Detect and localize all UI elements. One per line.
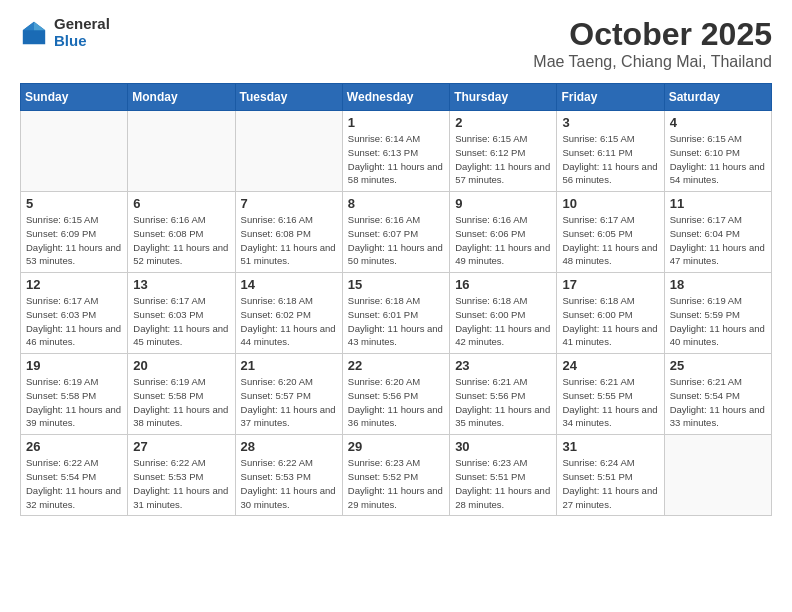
calendar-day-cell: 18Sunrise: 6:19 AM Sunset: 5:59 PM Dayli… (664, 273, 771, 354)
day-info: Sunrise: 6:18 AM Sunset: 6:01 PM Dayligh… (348, 294, 444, 349)
day-info: Sunrise: 6:17 AM Sunset: 6:03 PM Dayligh… (26, 294, 122, 349)
calendar-day-cell: 9Sunrise: 6:16 AM Sunset: 6:06 PM Daylig… (450, 192, 557, 273)
day-info: Sunrise: 6:23 AM Sunset: 5:51 PM Dayligh… (455, 456, 551, 511)
day-number: 10 (562, 196, 658, 211)
calendar-day-cell: 1Sunrise: 6:14 AM Sunset: 6:13 PM Daylig… (342, 111, 449, 192)
day-info: Sunrise: 6:18 AM Sunset: 6:02 PM Dayligh… (241, 294, 337, 349)
day-info: Sunrise: 6:15 AM Sunset: 6:11 PM Dayligh… (562, 132, 658, 187)
day-info: Sunrise: 6:21 AM Sunset: 5:56 PM Dayligh… (455, 375, 551, 430)
svg-marker-1 (34, 21, 45, 29)
calendar-day-cell: 21Sunrise: 6:20 AM Sunset: 5:57 PM Dayli… (235, 354, 342, 435)
calendar-day-cell: 2Sunrise: 6:15 AM Sunset: 6:12 PM Daylig… (450, 111, 557, 192)
calendar-day-cell: 20Sunrise: 6:19 AM Sunset: 5:58 PM Dayli… (128, 354, 235, 435)
day-number: 27 (133, 439, 229, 454)
calendar-day-cell: 30Sunrise: 6:23 AM Sunset: 5:51 PM Dayli… (450, 435, 557, 516)
calendar-day-cell: 27Sunrise: 6:22 AM Sunset: 5:53 PM Dayli… (128, 435, 235, 516)
day-number: 18 (670, 277, 766, 292)
day-info: Sunrise: 6:16 AM Sunset: 6:06 PM Dayligh… (455, 213, 551, 268)
calendar-week-5: 26Sunrise: 6:22 AM Sunset: 5:54 PM Dayli… (21, 435, 772, 516)
day-info: Sunrise: 6:17 AM Sunset: 6:05 PM Dayligh… (562, 213, 658, 268)
day-info: Sunrise: 6:15 AM Sunset: 6:10 PM Dayligh… (670, 132, 766, 187)
calendar-day-cell: 26Sunrise: 6:22 AM Sunset: 5:54 PM Dayli… (21, 435, 128, 516)
day-number: 29 (348, 439, 444, 454)
calendar-week-4: 19Sunrise: 6:19 AM Sunset: 5:58 PM Dayli… (21, 354, 772, 435)
day-number: 4 (670, 115, 766, 130)
calendar-day-cell: 15Sunrise: 6:18 AM Sunset: 6:01 PM Dayli… (342, 273, 449, 354)
calendar-week-1: 1Sunrise: 6:14 AM Sunset: 6:13 PM Daylig… (21, 111, 772, 192)
calendar-day-cell (21, 111, 128, 192)
day-info: Sunrise: 6:23 AM Sunset: 5:52 PM Dayligh… (348, 456, 444, 511)
calendar-day-cell: 23Sunrise: 6:21 AM Sunset: 5:56 PM Dayli… (450, 354, 557, 435)
day-number: 21 (241, 358, 337, 373)
day-number: 20 (133, 358, 229, 373)
day-number: 23 (455, 358, 551, 373)
title-area: October 2025 Mae Taeng, Chiang Mai, Thai… (533, 16, 772, 71)
calendar-header-thursday: Thursday (450, 84, 557, 111)
day-number: 5 (26, 196, 122, 211)
month-title: October 2025 (533, 16, 772, 53)
day-info: Sunrise: 6:14 AM Sunset: 6:13 PM Dayligh… (348, 132, 444, 187)
day-info: Sunrise: 6:15 AM Sunset: 6:12 PM Dayligh… (455, 132, 551, 187)
calendar-day-cell (128, 111, 235, 192)
calendar-day-cell: 6Sunrise: 6:16 AM Sunset: 6:08 PM Daylig… (128, 192, 235, 273)
calendar-week-2: 5Sunrise: 6:15 AM Sunset: 6:09 PM Daylig… (21, 192, 772, 273)
calendar-header-row: SundayMondayTuesdayWednesdayThursdayFrid… (21, 84, 772, 111)
calendar-day-cell: 8Sunrise: 6:16 AM Sunset: 6:07 PM Daylig… (342, 192, 449, 273)
day-number: 26 (26, 439, 122, 454)
location-title: Mae Taeng, Chiang Mai, Thailand (533, 53, 772, 71)
logo-text: General Blue (54, 16, 110, 49)
day-number: 12 (26, 277, 122, 292)
logo-icon (20, 19, 48, 47)
calendar-day-cell: 17Sunrise: 6:18 AM Sunset: 6:00 PM Dayli… (557, 273, 664, 354)
day-number: 1 (348, 115, 444, 130)
day-info: Sunrise: 6:20 AM Sunset: 5:57 PM Dayligh… (241, 375, 337, 430)
calendar-header-saturday: Saturday (664, 84, 771, 111)
calendar-day-cell: 28Sunrise: 6:22 AM Sunset: 5:53 PM Dayli… (235, 435, 342, 516)
day-info: Sunrise: 6:19 AM Sunset: 5:58 PM Dayligh… (133, 375, 229, 430)
day-info: Sunrise: 6:16 AM Sunset: 6:07 PM Dayligh… (348, 213, 444, 268)
day-info: Sunrise: 6:16 AM Sunset: 6:08 PM Dayligh… (133, 213, 229, 268)
day-info: Sunrise: 6:19 AM Sunset: 5:58 PM Dayligh… (26, 375, 122, 430)
day-info: Sunrise: 6:18 AM Sunset: 6:00 PM Dayligh… (562, 294, 658, 349)
day-number: 17 (562, 277, 658, 292)
day-info: Sunrise: 6:17 AM Sunset: 6:03 PM Dayligh… (133, 294, 229, 349)
day-info: Sunrise: 6:16 AM Sunset: 6:08 PM Dayligh… (241, 213, 337, 268)
day-info: Sunrise: 6:17 AM Sunset: 6:04 PM Dayligh… (670, 213, 766, 268)
calendar-day-cell: 12Sunrise: 6:17 AM Sunset: 6:03 PM Dayli… (21, 273, 128, 354)
calendar-header-friday: Friday (557, 84, 664, 111)
day-number: 14 (241, 277, 337, 292)
day-number: 31 (562, 439, 658, 454)
calendar-day-cell: 4Sunrise: 6:15 AM Sunset: 6:10 PM Daylig… (664, 111, 771, 192)
calendar-header-wednesday: Wednesday (342, 84, 449, 111)
calendar-day-cell: 22Sunrise: 6:20 AM Sunset: 5:56 PM Dayli… (342, 354, 449, 435)
day-number: 13 (133, 277, 229, 292)
calendar-day-cell: 11Sunrise: 6:17 AM Sunset: 6:04 PM Dayli… (664, 192, 771, 273)
day-number: 22 (348, 358, 444, 373)
day-number: 19 (26, 358, 122, 373)
calendar-day-cell: 19Sunrise: 6:19 AM Sunset: 5:58 PM Dayli… (21, 354, 128, 435)
day-number: 6 (133, 196, 229, 211)
header: General Blue October 2025 Mae Taeng, Chi… (20, 16, 772, 71)
day-info: Sunrise: 6:21 AM Sunset: 5:54 PM Dayligh… (670, 375, 766, 430)
calendar-day-cell: 7Sunrise: 6:16 AM Sunset: 6:08 PM Daylig… (235, 192, 342, 273)
day-info: Sunrise: 6:22 AM Sunset: 5:53 PM Dayligh… (241, 456, 337, 511)
calendar-day-cell (235, 111, 342, 192)
calendar: SundayMondayTuesdayWednesdayThursdayFrid… (20, 83, 772, 516)
day-number: 3 (562, 115, 658, 130)
calendar-day-cell: 5Sunrise: 6:15 AM Sunset: 6:09 PM Daylig… (21, 192, 128, 273)
day-number: 30 (455, 439, 551, 454)
day-info: Sunrise: 6:22 AM Sunset: 5:53 PM Dayligh… (133, 456, 229, 511)
day-info: Sunrise: 6:15 AM Sunset: 6:09 PM Dayligh… (26, 213, 122, 268)
day-info: Sunrise: 6:22 AM Sunset: 5:54 PM Dayligh… (26, 456, 122, 511)
day-number: 15 (348, 277, 444, 292)
day-number: 28 (241, 439, 337, 454)
calendar-day-cell (664, 435, 771, 516)
calendar-day-cell: 31Sunrise: 6:24 AM Sunset: 5:51 PM Dayli… (557, 435, 664, 516)
day-info: Sunrise: 6:19 AM Sunset: 5:59 PM Dayligh… (670, 294, 766, 349)
day-info: Sunrise: 6:18 AM Sunset: 6:00 PM Dayligh… (455, 294, 551, 349)
calendar-day-cell: 10Sunrise: 6:17 AM Sunset: 6:05 PM Dayli… (557, 192, 664, 273)
day-number: 11 (670, 196, 766, 211)
day-number: 16 (455, 277, 551, 292)
day-number: 7 (241, 196, 337, 211)
calendar-week-3: 12Sunrise: 6:17 AM Sunset: 6:03 PM Dayli… (21, 273, 772, 354)
